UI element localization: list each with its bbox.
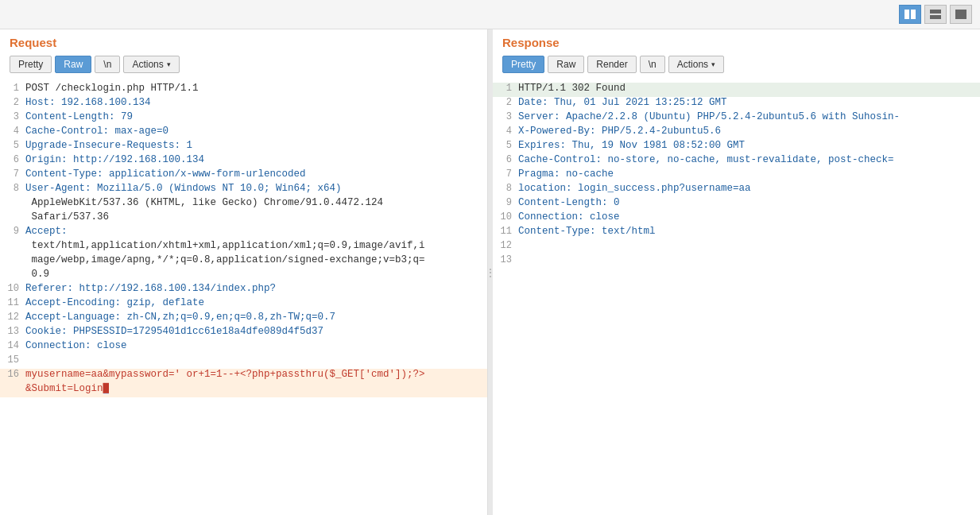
line-text: Content-Length: 0 (518, 197, 620, 211)
line-number (3, 254, 25, 269)
table-row: AppleWebKit/537.36 (KHTML, like Gecko) C… (0, 197, 487, 211)
line-number: 7 (496, 168, 518, 183)
line-number: 11 (3, 297, 25, 312)
table-row: 0.9 (0, 269, 487, 283)
line-text: Pragma: no-cache (518, 168, 614, 183)
line-number: 1 (3, 83, 25, 97)
svg-rect-0 (904, 10, 909, 19)
svg-rect-4 (955, 10, 966, 19)
line-number: 1 (496, 83, 518, 97)
line-text: User-Agent: Mozilla/5.0 (Windows NT 10.0… (25, 183, 342, 197)
line-text: Host: 192.168.100.134 (25, 97, 151, 111)
line-number: 4 (3, 126, 25, 140)
line-number: 10 (3, 283, 25, 297)
request-actions-button[interactable]: Actions ▾ (123, 56, 179, 73)
request-toolbar: Pretty Raw \n Actions ▾ (10, 56, 478, 73)
response-panel: Response Pretty Raw Render \n Actions ▾ … (493, 29, 980, 515)
table-row: 5 Expires: Thu, 19 Nov 1981 08:52:00 GMT (493, 140, 980, 154)
request-header: Request Pretty Raw \n Actions ▾ (0, 29, 487, 79)
table-row: 6 Cache-Control: no-store, no-cache, mus… (493, 154, 980, 168)
response-header: Response Pretty Raw Render \n Actions ▾ (493, 29, 980, 79)
line-text: Upgrade-Insecure-Requests: 1 (25, 140, 192, 154)
line-number: 12 (496, 240, 518, 254)
line-number: 11 (496, 226, 518, 240)
svg-rect-2 (930, 10, 941, 14)
view-split-button[interactable] (899, 5, 921, 24)
line-number: 3 (3, 111, 25, 126)
line-number: 5 (3, 140, 25, 154)
line-number: 7 (3, 168, 25, 183)
line-text: mage/webp,image/apng,*/*;q=0.8,applicati… (25, 254, 425, 269)
line-number: 15 (3, 354, 25, 369)
line-text: &Submit=Login█ (25, 383, 109, 397)
table-row: 2 Date: Thu, 01 Jul 2021 13:25:12 GMT (493, 97, 980, 111)
response-toolbar: Pretty Raw Render \n Actions ▾ (502, 56, 970, 73)
table-row: 11 Accept-Encoding: gzip, deflate (0, 297, 487, 312)
line-text: Safari/537.36 (25, 211, 109, 226)
response-tab-newline[interactable]: \n (640, 56, 665, 73)
table-row: 11 Content-Type: text/html (493, 226, 980, 240)
line-text: myusername=aa&mypassword=' or+1=1--+<?ph… (25, 369, 425, 383)
line-number: 16 (3, 369, 25, 383)
table-row: 3 Content-Length: 79 (0, 111, 487, 126)
line-text: Cookie: PHPSESSID=17295401d1cc61e18a4dfe… (25, 326, 323, 340)
response-actions-button[interactable]: Actions ▾ (668, 56, 724, 73)
table-row: 10 Connection: close (493, 211, 980, 226)
line-number: 8 (496, 183, 518, 197)
line-number: 13 (3, 326, 25, 340)
line-text: Connection: close (25, 340, 127, 354)
table-row: 1 POST /checklogin.php HTTP/1.1 (0, 83, 487, 97)
line-text: Accept-Encoding: gzip, deflate (25, 297, 204, 312)
line-text: AppleWebKit/537.36 (KHTML, like Gecko) C… (25, 197, 383, 211)
table-row: 8 location: login_success.php?username=a… (493, 183, 980, 197)
table-row: 4 Cache-Control: max-age=0 (0, 126, 487, 140)
line-text: POST /checklogin.php HTTP/1.1 (25, 83, 199, 97)
line-text: Date: Thu, 01 Jul 2021 13:25:12 GMT (518, 97, 727, 111)
table-row: Safari/537.36 (0, 211, 487, 226)
response-tab-raw[interactable]: Raw (548, 56, 584, 73)
line-text: Expires: Thu, 19 Nov 1981 08:52:00 GMT (518, 140, 745, 154)
line-number: 9 (3, 226, 25, 240)
table-row: 9 Accept: (0, 226, 487, 240)
request-panel: Request Pretty Raw \n Actions ▾ 1 POST /… (0, 29, 488, 515)
line-text: Accept: (25, 226, 68, 240)
view-horiz-button[interactable] (924, 5, 947, 24)
line-number: 13 (496, 254, 518, 269)
panel-divider[interactable] (488, 29, 493, 515)
line-number (3, 269, 25, 283)
top-bar (0, 0, 980, 29)
table-row: 15 (0, 354, 487, 369)
line-number: 4 (496, 126, 518, 140)
table-row: 8 User-Agent: Mozilla/5.0 (Windows NT 10… (0, 183, 487, 197)
table-row: 7 Pragma: no-cache (493, 168, 980, 183)
table-row: 2 Host: 192.168.100.134 (0, 97, 487, 111)
table-row: 7 Content-Type: application/x-www-form-u… (0, 168, 487, 183)
view-single-button[interactable] (950, 5, 972, 24)
table-row: 9 Content-Length: 0 (493, 197, 980, 211)
request-tab-pretty[interactable]: Pretty (10, 56, 52, 73)
request-tab-newline[interactable]: \n (95, 56, 120, 73)
request-content[interactable]: 1 POST /checklogin.php HTTP/1.1 2 Host: … (0, 79, 487, 515)
table-row: 12 (493, 240, 980, 254)
response-content[interactable]: 1 HTTP/1.1 302 Found 2 Date: Thu, 01 Jul… (493, 79, 980, 515)
cursor: █ (103, 383, 110, 394)
table-row: 12 Accept-Language: zh-CN,zh;q=0.9,en;q=… (0, 312, 487, 326)
request-tab-raw[interactable]: Raw (55, 56, 91, 73)
response-tab-render[interactable]: Render (587, 56, 636, 73)
line-text: X-Powered-By: PHP/5.2.4-2ubuntu5.6 (518, 126, 721, 140)
line-number: 3 (496, 111, 518, 126)
line-text: Content-Length: 79 (25, 111, 133, 126)
table-row: &Submit=Login█ (0, 383, 487, 397)
table-row: 16 myusername=aa&mypassword=' or+1=1--+<… (0, 369, 487, 383)
line-text: Connection: close (518, 211, 620, 226)
response-tab-pretty[interactable]: Pretty (502, 56, 544, 73)
line-number (3, 240, 25, 254)
request-actions-chevron: ▾ (167, 60, 171, 68)
table-row: 1 HTTP/1.1 302 Found (493, 83, 980, 97)
line-text: Cache-Control: no-store, no-cache, must-… (518, 154, 894, 168)
table-row: 4 X-Powered-By: PHP/5.2.4-2ubuntu5.6 (493, 126, 980, 140)
line-text: Accept-Language: zh-CN,zh;q=0.9,en;q=0.8… (25, 312, 335, 326)
line-number: 2 (496, 97, 518, 111)
line-text: Content-Type: application/x-www-form-url… (25, 168, 306, 183)
panels: Request Pretty Raw \n Actions ▾ 1 POST /… (0, 29, 980, 515)
